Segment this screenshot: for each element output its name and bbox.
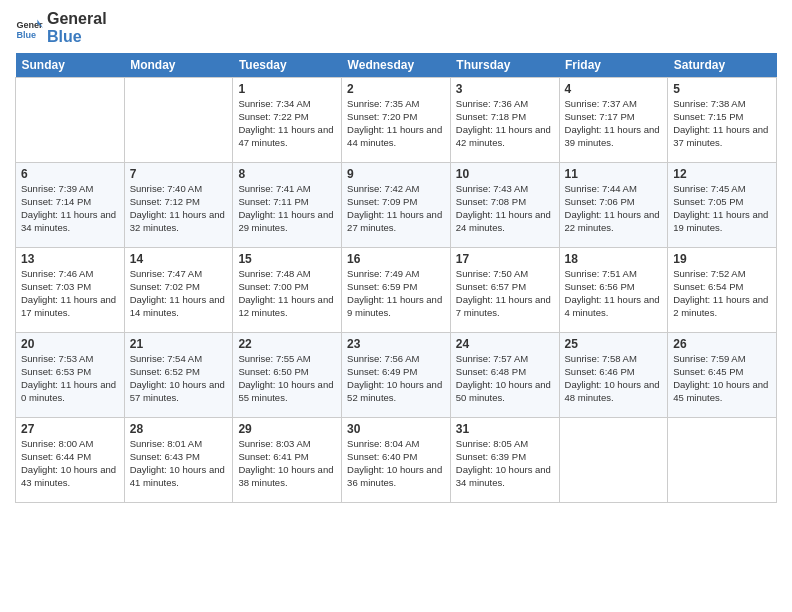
- calendar-cell: 27Sunrise: 8:00 AMSunset: 6:44 PMDayligh…: [16, 418, 125, 503]
- day-info: Sunrise: 8:03 AMSunset: 6:41 PMDaylight:…: [238, 438, 336, 489]
- calendar-cell: 30Sunrise: 8:04 AMSunset: 6:40 PMDayligh…: [342, 418, 451, 503]
- day-info: Sunrise: 7:36 AMSunset: 7:18 PMDaylight:…: [456, 98, 554, 149]
- weekday-thursday: Thursday: [450, 53, 559, 78]
- day-info: Sunrise: 7:52 AMSunset: 6:54 PMDaylight:…: [673, 268, 771, 319]
- calendar-cell: 31Sunrise: 8:05 AMSunset: 6:39 PMDayligh…: [450, 418, 559, 503]
- day-info: Sunrise: 8:05 AMSunset: 6:39 PMDaylight:…: [456, 438, 554, 489]
- day-info: Sunrise: 7:42 AMSunset: 7:09 PMDaylight:…: [347, 183, 445, 234]
- calendar-cell: [16, 78, 125, 163]
- day-info: Sunrise: 7:35 AMSunset: 7:20 PMDaylight:…: [347, 98, 445, 149]
- day-number: 25: [565, 337, 663, 351]
- day-info: Sunrise: 7:58 AMSunset: 6:46 PMDaylight:…: [565, 353, 663, 404]
- calendar-cell: 18Sunrise: 7:51 AMSunset: 6:56 PMDayligh…: [559, 248, 668, 333]
- calendar-cell: 29Sunrise: 8:03 AMSunset: 6:41 PMDayligh…: [233, 418, 342, 503]
- calendar-cell: 10Sunrise: 7:43 AMSunset: 7:08 PMDayligh…: [450, 163, 559, 248]
- logo-icon: General Blue: [15, 14, 43, 42]
- logo-general: General: [47, 10, 107, 28]
- day-number: 4: [565, 82, 663, 96]
- week-row-1: 1Sunrise: 7:34 AMSunset: 7:22 PMDaylight…: [16, 78, 777, 163]
- calendar-cell: 11Sunrise: 7:44 AMSunset: 7:06 PMDayligh…: [559, 163, 668, 248]
- day-number: 16: [347, 252, 445, 266]
- day-info: Sunrise: 7:48 AMSunset: 7:00 PMDaylight:…: [238, 268, 336, 319]
- calendar-cell: 9Sunrise: 7:42 AMSunset: 7:09 PMDaylight…: [342, 163, 451, 248]
- calendar-cell: 15Sunrise: 7:48 AMSunset: 7:00 PMDayligh…: [233, 248, 342, 333]
- calendar-cell: 8Sunrise: 7:41 AMSunset: 7:11 PMDaylight…: [233, 163, 342, 248]
- day-info: Sunrise: 7:51 AMSunset: 6:56 PMDaylight:…: [565, 268, 663, 319]
- calendar-cell: 13Sunrise: 7:46 AMSunset: 7:03 PMDayligh…: [16, 248, 125, 333]
- week-row-5: 27Sunrise: 8:00 AMSunset: 6:44 PMDayligh…: [16, 418, 777, 503]
- day-info: Sunrise: 7:53 AMSunset: 6:53 PMDaylight:…: [21, 353, 119, 404]
- svg-text:Blue: Blue: [16, 29, 36, 39]
- day-info: Sunrise: 7:57 AMSunset: 6:48 PMDaylight:…: [456, 353, 554, 404]
- calendar-cell: 3Sunrise: 7:36 AMSunset: 7:18 PMDaylight…: [450, 78, 559, 163]
- calendar-cell: 16Sunrise: 7:49 AMSunset: 6:59 PMDayligh…: [342, 248, 451, 333]
- day-info: Sunrise: 7:55 AMSunset: 6:50 PMDaylight:…: [238, 353, 336, 404]
- day-number: 22: [238, 337, 336, 351]
- day-number: 3: [456, 82, 554, 96]
- day-number: 23: [347, 337, 445, 351]
- calendar-cell: 5Sunrise: 7:38 AMSunset: 7:15 PMDaylight…: [668, 78, 777, 163]
- calendar-cell: 25Sunrise: 7:58 AMSunset: 6:46 PMDayligh…: [559, 333, 668, 418]
- day-info: Sunrise: 7:47 AMSunset: 7:02 PMDaylight:…: [130, 268, 228, 319]
- day-info: Sunrise: 7:43 AMSunset: 7:08 PMDaylight:…: [456, 183, 554, 234]
- day-number: 13: [21, 252, 119, 266]
- day-info: Sunrise: 7:34 AMSunset: 7:22 PMDaylight:…: [238, 98, 336, 149]
- week-row-2: 6Sunrise: 7:39 AMSunset: 7:14 PMDaylight…: [16, 163, 777, 248]
- day-info: Sunrise: 7:40 AMSunset: 7:12 PMDaylight:…: [130, 183, 228, 234]
- day-number: 20: [21, 337, 119, 351]
- day-info: Sunrise: 7:37 AMSunset: 7:17 PMDaylight:…: [565, 98, 663, 149]
- day-number: 30: [347, 422, 445, 436]
- day-number: 1: [238, 82, 336, 96]
- calendar-cell: 14Sunrise: 7:47 AMSunset: 7:02 PMDayligh…: [124, 248, 233, 333]
- day-number: 11: [565, 167, 663, 181]
- day-number: 28: [130, 422, 228, 436]
- day-info: Sunrise: 7:45 AMSunset: 7:05 PMDaylight:…: [673, 183, 771, 234]
- week-row-3: 13Sunrise: 7:46 AMSunset: 7:03 PMDayligh…: [16, 248, 777, 333]
- day-number: 2: [347, 82, 445, 96]
- day-number: 17: [456, 252, 554, 266]
- day-number: 10: [456, 167, 554, 181]
- day-number: 21: [130, 337, 228, 351]
- calendar-cell: 19Sunrise: 7:52 AMSunset: 6:54 PMDayligh…: [668, 248, 777, 333]
- day-info: Sunrise: 7:39 AMSunset: 7:14 PMDaylight:…: [21, 183, 119, 234]
- day-info: Sunrise: 7:56 AMSunset: 6:49 PMDaylight:…: [347, 353, 445, 404]
- day-number: 18: [565, 252, 663, 266]
- day-info: Sunrise: 8:04 AMSunset: 6:40 PMDaylight:…: [347, 438, 445, 489]
- day-number: 31: [456, 422, 554, 436]
- day-number: 14: [130, 252, 228, 266]
- calendar-cell: 1Sunrise: 7:34 AMSunset: 7:22 PMDaylight…: [233, 78, 342, 163]
- calendar-cell: 20Sunrise: 7:53 AMSunset: 6:53 PMDayligh…: [16, 333, 125, 418]
- day-info: Sunrise: 7:41 AMSunset: 7:11 PMDaylight:…: [238, 183, 336, 234]
- weekday-sunday: Sunday: [16, 53, 125, 78]
- weekday-monday: Monday: [124, 53, 233, 78]
- day-number: 5: [673, 82, 771, 96]
- day-info: Sunrise: 7:50 AMSunset: 6:57 PMDaylight:…: [456, 268, 554, 319]
- calendar-cell: [668, 418, 777, 503]
- calendar-cell: 23Sunrise: 7:56 AMSunset: 6:49 PMDayligh…: [342, 333, 451, 418]
- calendar-cell: 12Sunrise: 7:45 AMSunset: 7:05 PMDayligh…: [668, 163, 777, 248]
- page: General Blue General Blue SundayMondayTu…: [0, 0, 792, 513]
- day-number: 15: [238, 252, 336, 266]
- calendar-cell: 2Sunrise: 7:35 AMSunset: 7:20 PMDaylight…: [342, 78, 451, 163]
- day-info: Sunrise: 7:44 AMSunset: 7:06 PMDaylight:…: [565, 183, 663, 234]
- weekday-saturday: Saturday: [668, 53, 777, 78]
- day-number: 6: [21, 167, 119, 181]
- logo: General Blue General Blue: [15, 10, 107, 45]
- weekday-wednesday: Wednesday: [342, 53, 451, 78]
- weekday-friday: Friday: [559, 53, 668, 78]
- day-info: Sunrise: 7:49 AMSunset: 6:59 PMDaylight:…: [347, 268, 445, 319]
- day-number: 27: [21, 422, 119, 436]
- calendar-cell: 28Sunrise: 8:01 AMSunset: 6:43 PMDayligh…: [124, 418, 233, 503]
- day-number: 19: [673, 252, 771, 266]
- day-info: Sunrise: 7:38 AMSunset: 7:15 PMDaylight:…: [673, 98, 771, 149]
- day-number: 8: [238, 167, 336, 181]
- logo-blue: Blue: [47, 28, 107, 46]
- day-info: Sunrise: 7:46 AMSunset: 7:03 PMDaylight:…: [21, 268, 119, 319]
- calendar-cell: 22Sunrise: 7:55 AMSunset: 6:50 PMDayligh…: [233, 333, 342, 418]
- calendar-cell: [124, 78, 233, 163]
- calendar-cell: 4Sunrise: 7:37 AMSunset: 7:17 PMDaylight…: [559, 78, 668, 163]
- calendar-cell: 6Sunrise: 7:39 AMSunset: 7:14 PMDaylight…: [16, 163, 125, 248]
- day-number: 9: [347, 167, 445, 181]
- day-info: Sunrise: 8:01 AMSunset: 6:43 PMDaylight:…: [130, 438, 228, 489]
- calendar-cell: 21Sunrise: 7:54 AMSunset: 6:52 PMDayligh…: [124, 333, 233, 418]
